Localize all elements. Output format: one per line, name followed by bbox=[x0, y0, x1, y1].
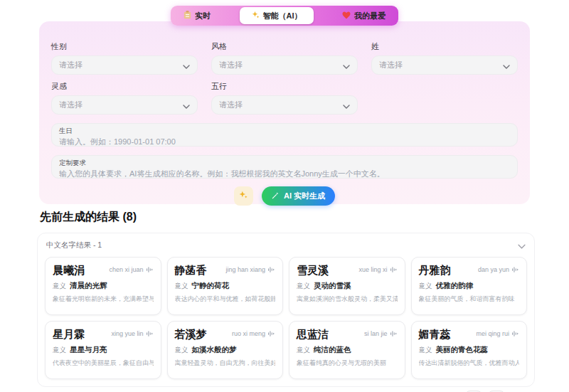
chevron-down-icon bbox=[183, 99, 190, 112]
meaning-label: 意义 bbox=[297, 346, 310, 355]
meaning-label: 意义 bbox=[419, 346, 432, 355]
heart-icon bbox=[342, 11, 351, 21]
name-description: 象征着纯真的心灵与无瑕的美丽 bbox=[297, 359, 398, 368]
generated-name: 雪灵溪 bbox=[297, 265, 329, 276]
name-card: 丹雅韵 dan ya yun 意义 优雅的韵律 象征美丽的气质，和谐而富有韵味 bbox=[411, 257, 528, 315]
audio-icon[interactable] bbox=[511, 266, 519, 273]
meaning-label: 意义 bbox=[419, 282, 432, 291]
tab-realtime-label: 实时 bbox=[195, 12, 211, 20]
meaning-value: 美丽的青色花蕊 bbox=[436, 345, 489, 355]
magic-wand-icon bbox=[272, 191, 280, 201]
custom-requirement-input[interactable] bbox=[59, 169, 510, 179]
wuxing-field: 五行 请选择 bbox=[211, 81, 358, 115]
clipboard-icon bbox=[184, 11, 191, 21]
style-field: 风格 请选择 bbox=[211, 41, 358, 75]
audio-icon[interactable] bbox=[390, 266, 398, 273]
name-card: 晨曦涓 chen xi juan 意义 清晨的光辉 象征着光明崭新的未来，充满希… bbox=[45, 257, 161, 315]
name-description: 表达内心的平和与优雅，如荷花般静美 bbox=[175, 295, 276, 304]
name-generator-page: 实时 智能（AI） 我的最爱 性别 请选择 风格 bbox=[0, 0, 569, 392]
audio-icon[interactable] bbox=[511, 330, 519, 337]
tab-ai-label: 智能（AI） bbox=[263, 12, 302, 20]
generated-name: 思蓝洁 bbox=[297, 329, 329, 340]
audio-icon[interactable] bbox=[146, 330, 154, 337]
meaning-label: 意义 bbox=[175, 346, 188, 355]
pinyin: ruo xi meng bbox=[232, 330, 265, 337]
meaning-label: 意义 bbox=[53, 346, 66, 355]
wuxing-select-value: 请选择 bbox=[219, 100, 243, 110]
birthday-label: 生日 bbox=[59, 127, 510, 134]
meaning-label: 意义 bbox=[297, 282, 310, 291]
audio-icon[interactable] bbox=[267, 330, 275, 337]
sparkles-icon bbox=[238, 190, 248, 202]
meaning-label: 意义 bbox=[53, 282, 66, 291]
results-heading: 先前生成的结果 (8) bbox=[37, 210, 535, 225]
meaning-value: 宁静的荷花 bbox=[192, 281, 230, 291]
pinyin: si lan jie bbox=[364, 330, 388, 337]
pinyin: xue ling xi bbox=[358, 266, 387, 273]
results-group-header[interactable]: 中文名字结果 - 1 bbox=[45, 233, 527, 257]
name-card: 星月霖 xing yue lin 意义 星星与月亮 代表夜空中的美丽星辰，象征自… bbox=[45, 321, 161, 379]
name-card: 雪灵溪 xue ling xi 意义 灵动的雪溪 寓意如溪涧的雪水般灵动，柔美又… bbox=[289, 257, 405, 315]
meaning-label: 意义 bbox=[175, 282, 188, 291]
results-group: 中文名字结果 - 1 晨曦涓 chen xi juan 意义 清晨的光辉 bbox=[37, 233, 535, 387]
birthday-input[interactable] bbox=[59, 137, 510, 147]
name-card: 思蓝洁 si lan jie 意义 纯洁的蓝色 象征着纯真的心灵与无瑕的美丽 bbox=[289, 321, 405, 379]
tab-favorites-label: 我的最爱 bbox=[354, 12, 385, 20]
surname-field: 姓 请选择 bbox=[371, 41, 518, 75]
chevron-down-icon bbox=[343, 99, 350, 112]
custom-requirement-label: 定制要求 bbox=[59, 159, 510, 166]
name-card: 静菡香 jing han xiang 意义 宁静的荷花 表达内心的平和与优雅，如… bbox=[167, 257, 284, 315]
generated-name: 媚青蕊 bbox=[419, 329, 451, 340]
meaning-value: 纯洁的蓝色 bbox=[314, 345, 351, 355]
name-description: 寓意轻盈灵动，自由无拘，向往美好生活 bbox=[175, 359, 276, 368]
surname-select-value: 请选择 bbox=[379, 60, 403, 70]
inspiration-field: 灵感 请选择 bbox=[51, 81, 198, 115]
audio-icon[interactable] bbox=[390, 330, 398, 337]
birthday-field[interactable]: 生日 bbox=[51, 123, 518, 147]
gender-field: 性别 请选择 bbox=[51, 41, 198, 75]
generated-name: 星月霖 bbox=[53, 329, 85, 340]
style-select-value: 请选择 bbox=[219, 60, 243, 70]
meaning-value: 如溪水般的梦 bbox=[192, 345, 237, 355]
tab-favorites[interactable]: 我的最爱 bbox=[338, 9, 390, 23]
wuxing-label: 五行 bbox=[211, 81, 358, 92]
name-description: 象征着光明崭新的未来，充满希望与生机 bbox=[53, 295, 154, 304]
custom-requirement-field[interactable]: 定制要求 bbox=[51, 155, 518, 179]
gender-select[interactable]: 请选择 bbox=[51, 55, 198, 75]
audio-icon[interactable] bbox=[267, 266, 275, 273]
ai-generate-button[interactable]: AI 实时生成 bbox=[262, 186, 335, 206]
chevron-down-icon bbox=[503, 59, 510, 72]
results-group-title: 中文名字结果 - 1 bbox=[46, 240, 102, 250]
pinyin: xing yue lin bbox=[111, 330, 143, 337]
style-label: 风格 bbox=[211, 41, 358, 52]
generated-name: 丹雅韵 bbox=[419, 265, 451, 276]
pinyin: mei qing rui bbox=[476, 330, 509, 337]
results-section: 先前生成的结果 (8) 中文名字结果 - 1 晨曦涓 chen xi juan bbox=[37, 210, 535, 392]
pinyin: dan ya yun bbox=[478, 266, 509, 273]
pinyin: jing han xiang bbox=[225, 266, 265, 273]
tab-ai[interactable]: 智能（AI） bbox=[240, 7, 314, 24]
surname-select[interactable]: 请选择 bbox=[371, 55, 518, 75]
name-cards-grid: 晨曦涓 chen xi juan 意义 清晨的光辉 象征着光明崭新的未来，充满希… bbox=[45, 257, 527, 379]
generated-name: 晨曦涓 bbox=[53, 265, 85, 276]
pinyin: chen xi juan bbox=[109, 266, 143, 273]
gender-label: 性别 bbox=[51, 41, 198, 52]
chevron-down-icon bbox=[183, 59, 190, 72]
ai-generate-label: AI 实时生成 bbox=[284, 191, 325, 201]
style-select[interactable]: 请选择 bbox=[211, 55, 358, 75]
wuxing-select[interactable]: 请选择 bbox=[211, 95, 358, 115]
tab-realtime[interactable]: 实时 bbox=[179, 9, 215, 23]
sparkles-icon bbox=[251, 11, 260, 21]
inspiration-select-value: 请选择 bbox=[59, 100, 83, 110]
name-card: 若溪梦 ruo xi meng 意义 如溪水般的梦 寓意轻盈灵动，自由无拘，向往… bbox=[167, 321, 284, 379]
audio-icon[interactable] bbox=[146, 266, 154, 273]
inspiration-select[interactable]: 请选择 bbox=[51, 95, 198, 115]
gender-select-value: 请选择 bbox=[59, 60, 83, 70]
chevron-down-icon bbox=[343, 59, 350, 72]
name-card: 媚青蕊 mei qing rui 意义 美丽的青色花蕊 传达出清新脱俗的气质，优… bbox=[411, 321, 528, 379]
name-description: 寓意如溪涧的雪水般灵动，柔美又清澈 bbox=[297, 295, 398, 304]
generated-name: 若溪梦 bbox=[175, 329, 207, 340]
generator-form-panel: 性别 请选择 风格 请选择 姓 请选择 bbox=[39, 21, 530, 204]
inspire-button[interactable] bbox=[234, 186, 253, 206]
generated-name: 静菡香 bbox=[175, 265, 207, 276]
